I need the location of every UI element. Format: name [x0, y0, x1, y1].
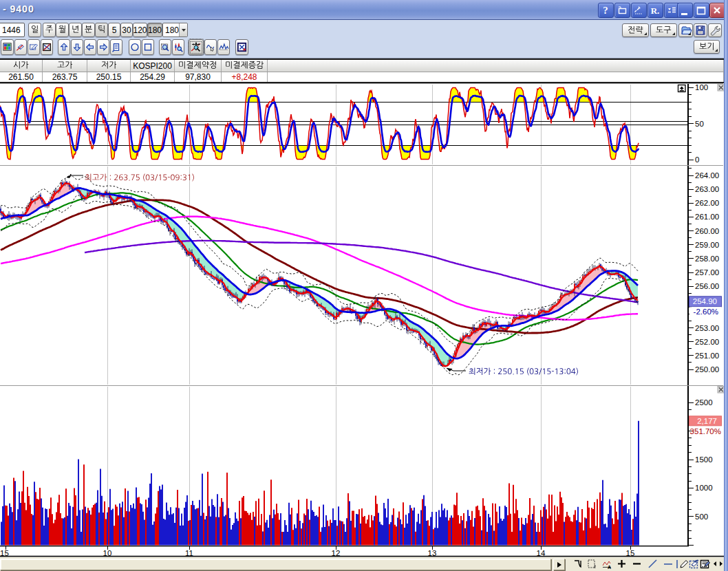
minus-button[interactable] — [631, 558, 643, 571]
svg-text:100: 100 — [695, 83, 708, 91]
help-icon: ? — [599, 3, 612, 17]
pin-button[interactable] — [631, 3, 647, 18]
svg-text:261.00: 261.00 — [695, 213, 719, 221]
tick-combo-value: 180 — [163, 23, 179, 36]
hangul-text — [101, 61, 117, 70]
table-value-1: 261.50 — [0, 72, 43, 82]
hangul-text — [98, 25, 105, 34]
arrow-left-icon — [85, 41, 96, 53]
scroll-right-button[interactable] — [553, 559, 565, 570]
delete-x-button[interactable] — [41, 39, 53, 55]
hangul-text — [85, 25, 92, 34]
minus-icon — [631, 558, 643, 570]
price-scale: 264.00263.00262.00261.00260.00259.00258.… — [695, 171, 719, 374]
edit-select-button[interactable] — [688, 558, 700, 571]
hangul-text — [699, 43, 715, 52]
window-mode-icon — [615, 3, 629, 17]
chart-annotate-button[interactable]: A — [601, 558, 612, 571]
pan-zoom-button[interactable] — [189, 39, 204, 55]
chevron-down-icon[interactable] — [179, 23, 187, 36]
wave-icon — [218, 41, 229, 53]
period-button-주[interactable] — [43, 23, 56, 37]
period-button-년[interactable] — [69, 23, 82, 37]
page-button[interactable] — [110, 39, 122, 55]
settings-wrench-button[interactable] — [708, 23, 722, 37]
wave-pointer-button[interactable] — [204, 39, 217, 55]
period-button-180[interactable]: 180 — [147, 23, 162, 37]
svg-text:14: 14 — [537, 549, 546, 557]
delete-x-icon — [41, 41, 52, 53]
period-button-월[interactable] — [56, 23, 69, 37]
period-button-일[interactable] — [28, 23, 41, 37]
svg-text:259.00: 259.00 — [695, 241, 719, 249]
h-resize-icon — [712, 558, 724, 570]
r-tool-icon: R. — [648, 3, 662, 17]
svg-text:262.00: 262.00 — [695, 199, 719, 207]
zoom-area-icon — [160, 41, 171, 53]
hangul-text — [13, 61, 29, 70]
help-button[interactable]: ? — [598, 3, 614, 18]
svg-text:254.90: 254.90 — [693, 297, 717, 305]
svg-text:15: 15 — [626, 549, 635, 557]
square-button[interactable] — [142, 39, 154, 55]
edit-box-button[interactable] — [28, 39, 40, 55]
palette-button[interactable] — [1, 39, 14, 55]
titlebar: - 9400 ?R. — [0, 0, 728, 20]
table-cell-empty — [268, 72, 724, 82]
svg-text:15: 15 — [0, 549, 9, 557]
svg-text:252.00: 252.00 — [695, 338, 719, 346]
arrow-left-button[interactable] — [84, 39, 96, 55]
strategy-button[interactable] — [622, 23, 649, 37]
save-button[interactable] — [694, 23, 707, 37]
tick-size-combo[interactable]: 180 — [162, 23, 188, 37]
chart-area[interactable]: 050100264.00263.00262.00261.00260.00259.… — [0, 83, 728, 557]
svg-text:?: ? — [603, 5, 608, 16]
period-button-틱[interactable] — [95, 23, 108, 37]
wave-pointer-icon — [205, 41, 216, 53]
horizontal-scrollbar-thumb[interactable] — [0, 559, 551, 570]
table-value-2: 263.75 — [43, 72, 87, 82]
h-resize-button[interactable] — [712, 558, 724, 571]
period-button-5[interactable]: 5 — [108, 23, 120, 37]
svg-text:1500: 1500 — [695, 455, 713, 464]
circle-button[interactable] — [129, 39, 141, 55]
svg-text:A: A — [608, 565, 611, 570]
svg-text:2,177: 2,177 — [697, 417, 717, 425]
chart-annotate-icon: A — [601, 558, 612, 570]
hangul-text — [628, 26, 643, 35]
window-mode-button[interactable] — [614, 3, 630, 18]
eraser-button[interactable] — [14, 39, 27, 55]
arrow-right-icon — [98, 41, 109, 53]
arrow-right-button[interactable] — [97, 39, 109, 55]
zoom-candle-button[interactable] — [172, 39, 184, 55]
maximize-button[interactable] — [694, 3, 709, 18]
wave-button[interactable] — [217, 39, 230, 55]
r-tool-button[interactable]: R. — [647, 3, 663, 18]
tools-button[interactable] — [650, 23, 677, 37]
svg-text:264.00: 264.00 — [695, 171, 719, 180]
arrow-down-button[interactable] — [71, 39, 83, 55]
zoom-area-button[interactable] — [159, 39, 171, 55]
open-folder-button[interactable] — [678, 23, 693, 37]
period-button-분[interactable] — [82, 23, 95, 37]
memo-edit-button[interactable] — [699, 558, 711, 571]
dashed-box-button[interactable] — [586, 558, 598, 571]
close-button[interactable] — [709, 3, 725, 18]
giyeok-tool-button[interactable] — [572, 558, 584, 571]
svg-text:257.00: 257.00 — [695, 268, 719, 277]
hangul-text — [31, 25, 39, 34]
arrow-up-button[interactable] — [58, 39, 70, 55]
plus-button[interactable] — [616, 558, 628, 571]
period-button-30[interactable]: 30 — [120, 23, 133, 37]
period-button-120[interactable]: 120 — [133, 23, 147, 37]
symbol-input[interactable] — [0, 23, 25, 37]
panel-expand-icon[interactable] — [678, 85, 686, 92]
hangul-text — [72, 25, 79, 34]
svg-text:2500: 2500 — [695, 398, 713, 407]
close-red-button[interactable] — [235, 39, 248, 55]
view-button[interactable] — [694, 40, 720, 54]
svg-text:256.00: 256.00 — [695, 282, 719, 290]
diag-line-button[interactable] — [647, 558, 659, 571]
minimize-button[interactable] — [677, 3, 693, 18]
window-title: - 9400 — [3, 3, 34, 14]
